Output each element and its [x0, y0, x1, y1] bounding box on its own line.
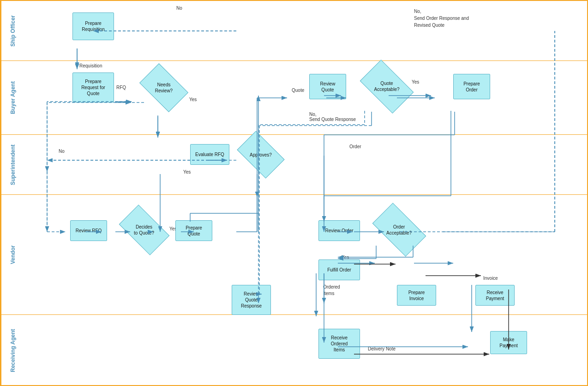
- label-requisition: Requisition: [79, 63, 102, 68]
- lane-label-superintendent: Superintendent: [1, 135, 24, 194]
- lane-vendor: Vendor Review RFQ Decidesto Quote? Yes P…: [1, 195, 587, 315]
- lane-ship-officer: Ship Officer PrepareRequisition No No,Se…: [1, 1, 587, 61]
- label-order: Order: [349, 144, 361, 149]
- diagram-container: Ship Officer PrepareRequisition No No,Se…: [0, 0, 588, 386]
- label-no-send-quote-response: No,Send Quote Response: [309, 112, 356, 122]
- box-fulfill-order[interactable]: Fulfill Order: [318, 259, 360, 280]
- lane-label-vendor: Vendor: [1, 195, 24, 314]
- lane-content-buyer-agent: Requisition PrepareRequest forQuote RFQ …: [24, 61, 587, 134]
- lane-buyer-agent: Buyer Agent Requisition PrepareRequest f…: [1, 61, 587, 135]
- box-make-payment[interactable]: MakePayment: [490, 331, 527, 354]
- diamond-quote-acceptable-wrapper: QuoteAcceptable?: [364, 70, 410, 103]
- label-no-approves: No: [59, 149, 65, 154]
- box-receive-payment[interactable]: ReceivePayment: [475, 285, 515, 306]
- box-review-order[interactable]: Review Order: [318, 220, 360, 241]
- label-yes-approves: Yes: [183, 169, 191, 175]
- label-yes-needs-review: Yes: [189, 97, 197, 102]
- label-no-send-order-response: No,Send Order Response andRevised Quote: [414, 8, 469, 29]
- lane-label-receiving-agent: Receiving Agent: [1, 315, 24, 386]
- diamond-order-acceptable-text: OrderAcceptable?: [386, 224, 412, 236]
- label-no: No: [176, 6, 182, 11]
- label-invoice: Invoice: [483, 276, 498, 281]
- box-prepare-rfq[interactable]: PrepareRequest forQuote: [72, 72, 114, 103]
- diamond-quote-acceptable-text: QuoteAcceptable?: [374, 80, 399, 92]
- diamond-approves-wrapper: Approves?: [240, 139, 282, 169]
- diamond-decides-to-quote-text: Decidesto Quote?: [134, 224, 154, 236]
- label-rfq: RFQ: [116, 85, 126, 90]
- box-prepare-requisition[interactable]: PrepareRequisition: [72, 12, 114, 40]
- box-prepare-quote[interactable]: PrepareQuote: [175, 220, 212, 241]
- diamond-needs-review-text: NeedsReview?: [155, 82, 173, 94]
- diamond-order-acceptable-wrapper: OrderAcceptable?: [375, 215, 423, 245]
- diamond-approves-text: Approves?: [250, 151, 272, 157]
- label-yes-quote: Yes: [412, 79, 419, 84]
- lane-label-buyer-agent: Buyer Agent: [1, 61, 24, 134]
- label-delivery-note: Delivery Note: [368, 346, 396, 351]
- diamond-needs-review-wrapper: NeedsReview?: [143, 74, 185, 102]
- lane-superintendent: Superintendent No Evaluate RFQ Approves?…: [1, 135, 587, 195]
- box-review-rfq[interactable]: Review RFQ: [70, 220, 107, 241]
- label-ordered-items: OrderedItems: [323, 284, 340, 297]
- lane-content-ship-officer: PrepareRequisition No No,Send Order Resp…: [24, 1, 587, 60]
- lane-label-ship-officer: Ship Officer: [1, 1, 24, 60]
- lane-content-receiving-agent: ReceiveOrderedItems Delivery Note MakePa…: [24, 315, 587, 386]
- box-review-quote-response[interactable]: ReviewQuoteResponse: [232, 285, 271, 315]
- box-evaluate-rfq[interactable]: Evaluate RFQ: [190, 144, 229, 165]
- lane-content-vendor: Review RFQ Decidesto Quote? Yes PrepareQ…: [24, 195, 587, 314]
- box-receive-ordered-items[interactable]: ReceiveOrderedItems: [318, 329, 360, 359]
- label-quote: Quote: [292, 88, 304, 93]
- diamond-decides-to-quote-wrapper: Decidesto Quote?: [121, 215, 167, 245]
- box-prepare-invoice[interactable]: PrepareInvoice: [397, 285, 436, 306]
- lane-receiving-agent: Receiving Agent ReceiveOrderedItems Deli…: [1, 315, 587, 386]
- lane-content-superintendent: No Evaluate RFQ Approves? Yes Order: [24, 135, 587, 194]
- box-review-quote[interactable]: ReviewQuote: [309, 74, 346, 99]
- box-prepare-order[interactable]: PrepareOrder: [453, 74, 490, 99]
